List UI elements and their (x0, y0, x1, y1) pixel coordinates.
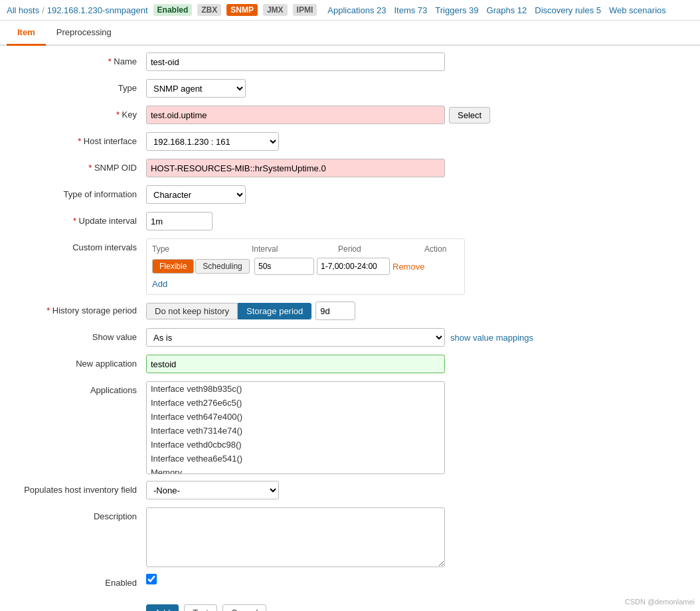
enabled-checkbox[interactable] (146, 574, 157, 584)
triggers-link[interactable]: Triggers 39 (435, 5, 478, 15)
update-interval-input[interactable] (146, 212, 213, 230)
applications-row: Applications Interface veth98b935c()Inte… (13, 381, 687, 474)
snmp-oid-input[interactable] (146, 159, 445, 177)
top-nav: All hosts / 192.168.1.230-snmpagent Enab… (0, 0, 700, 21)
type-select[interactable]: Zabbix agentZabbix agent (active)SNMP ag… (146, 79, 246, 98)
host-link[interactable]: 192.168.1.230-snmpagent (47, 5, 148, 15)
interval-input[interactable] (254, 258, 314, 275)
list-item[interactable]: Memory (147, 466, 444, 474)
new-application-label: New application (13, 355, 146, 369)
history-storage-label: History storage period (13, 302, 146, 315)
host-interface-label: Host interface (13, 132, 146, 146)
tab-bar: Item Preprocessing (0, 21, 700, 46)
type-of-info-row: Type of information Numeric (unsigned)Nu… (13, 185, 687, 205)
name-label: Name (13, 52, 146, 66)
update-interval-row: Update interval (13, 212, 687, 232)
list-item[interactable]: Interface vethea6e541() (147, 452, 444, 466)
form-container: Name Type Zabbix agentZabbix agent (acti… (0, 46, 700, 611)
col-type-header: Type (152, 244, 252, 254)
graphs-link[interactable]: Graphs 12 (487, 5, 527, 15)
applications-link[interactable]: Applications 23 (327, 5, 386, 15)
scheduling-button[interactable]: Scheduling (195, 259, 249, 274)
name-input[interactable] (146, 52, 445, 71)
test-button[interactable]: Test (184, 604, 217, 611)
history-storage-row: History storage period Do not keep histo… (13, 302, 687, 321)
do-not-keep-history-button[interactable]: Do not keep history (146, 303, 238, 319)
storage-period-button[interactable]: Storage period (238, 303, 311, 319)
enabled-label: Enabled (13, 574, 146, 588)
new-application-row: New application (13, 355, 687, 375)
flexible-button[interactable]: Flexible (152, 259, 194, 274)
watermark: CSDN @demonlamei (625, 598, 695, 606)
key-group: Select (146, 106, 490, 124)
snmp-badge: SNMP (226, 4, 258, 16)
bottom-buttons: Add Test Cancel (146, 604, 687, 611)
type-row: Type Zabbix agentZabbix agent (active)SN… (13, 79, 687, 99)
show-value-select[interactable]: As is (146, 328, 445, 347)
show-value-mappings-link[interactable]: show value mappings (450, 333, 533, 343)
interval-row-1: Flexible Scheduling Remove (152, 258, 459, 275)
description-row: Description (13, 507, 687, 567)
inventory-label: Populates host inventory field (13, 481, 146, 495)
tab-item[interactable]: Item (7, 21, 46, 46)
list-item[interactable]: Interface veth276e6c5() (147, 396, 444, 410)
col-interval-header: Interval (252, 244, 338, 254)
add-interval-link[interactable]: Add (152, 279, 459, 289)
key-input[interactable] (146, 106, 445, 124)
type-label: Type (13, 79, 146, 93)
applications-label: Applications (13, 381, 146, 395)
discovery-rules-link[interactable]: Discovery rules 5 (535, 5, 601, 15)
jmx-badge: JMX (263, 4, 288, 16)
snmp-oid-row: SNMP OID (13, 159, 687, 179)
custom-intervals-row: Custom intervals Type Interval Period Ac… (13, 238, 687, 295)
type-of-info-label: Type of information (13, 185, 146, 199)
description-textarea[interactable] (146, 507, 445, 567)
description-label: Description (13, 507, 146, 521)
inventory-select[interactable]: -None- (146, 481, 279, 499)
breadcrumb-separator: / (42, 5, 44, 15)
snmp-oid-label: SNMP OID (13, 159, 146, 173)
web-scenarios-link[interactable]: Web scenarios (609, 5, 666, 15)
storage-period-input[interactable] (315, 302, 355, 320)
type-of-info-select[interactable]: Numeric (unsigned)Numeric (float)Charact… (146, 185, 246, 204)
cancel-button[interactable]: Cancel (222, 604, 266, 611)
tab-preprocessing[interactable]: Preprocessing (46, 21, 122, 46)
add-button[interactable]: Add (146, 604, 179, 611)
update-interval-label: Update interval (13, 212, 146, 226)
show-value-row: Show value As is show value mappings (13, 328, 687, 348)
enabled-row: Enabled (13, 574, 687, 594)
breadcrumb: All hosts / 192.168.1.230-snmpagent (7, 5, 148, 15)
inventory-row: Populates host inventory field -None- (13, 481, 687, 501)
list-item[interactable]: Interface veth647e400() (147, 410, 444, 424)
all-hosts-link[interactable]: All hosts (7, 5, 39, 15)
host-interface-row: Host interface 192.168.1.230 : 161 (13, 132, 687, 152)
new-application-input[interactable] (146, 355, 445, 373)
col-action-header: Action (424, 244, 459, 254)
zbx-badge: ZBX (197, 4, 221, 16)
show-value-label: Show value (13, 328, 146, 342)
intervals-container: Type Interval Period Action Flexible Sch… (146, 238, 465, 295)
col-period-header: Period (338, 244, 424, 254)
show-value-group: As is show value mappings (146, 328, 533, 347)
applications-list[interactable]: Interface veth98b935c()Interface veth276… (146, 381, 445, 474)
period-input[interactable] (317, 258, 390, 275)
ipmi-badge: IPMI (293, 4, 317, 16)
list-item[interactable]: Interface vethd0cbc98() (147, 438, 444, 452)
custom-intervals-label: Custom intervals (13, 238, 146, 252)
key-row: Key Select (13, 106, 687, 126)
list-item[interactable]: Interface veth98b935c() (147, 382, 444, 396)
list-item[interactable]: Interface veth7314e74() (147, 424, 444, 438)
history-group: Do not keep history Storage period (146, 302, 355, 320)
items-link[interactable]: Items 73 (394, 5, 427, 15)
select-button[interactable]: Select (449, 107, 490, 124)
host-interface-select[interactable]: 192.168.1.230 : 161 (146, 132, 279, 151)
intervals-header: Type Interval Period Action (152, 244, 459, 254)
remove-link[interactable]: Remove (393, 262, 424, 272)
nav-links: Applications 23 Items 73 Triggers 39 Gra… (327, 5, 665, 15)
enabled-badge: Enabled (153, 4, 193, 16)
key-label: Key (13, 106, 146, 120)
name-row: Name (13, 52, 687, 72)
